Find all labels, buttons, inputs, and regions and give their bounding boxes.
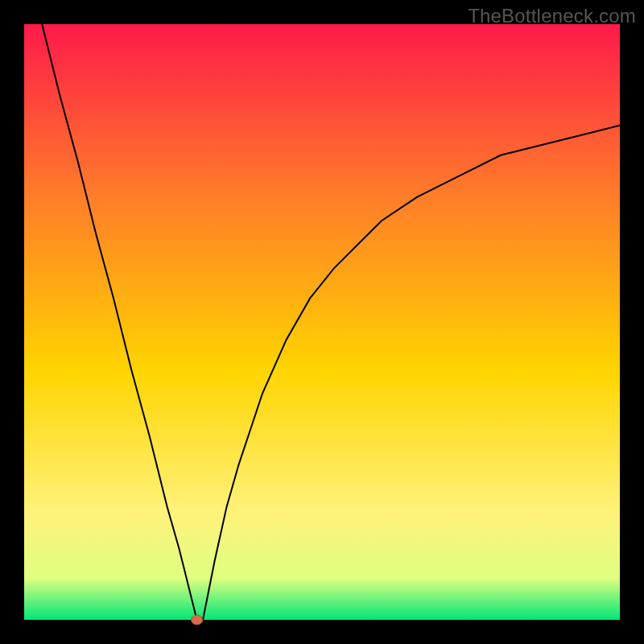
- chart-container: { "watermark": "TheBottleneck.com", "col…: [0, 0, 644, 644]
- bottleneck-chart: [0, 0, 644, 644]
- watermark-text: TheBottleneck.com: [468, 5, 636, 27]
- chart-background-gradient: [24, 24, 620, 620]
- optimal-point-marker: [192, 615, 203, 625]
